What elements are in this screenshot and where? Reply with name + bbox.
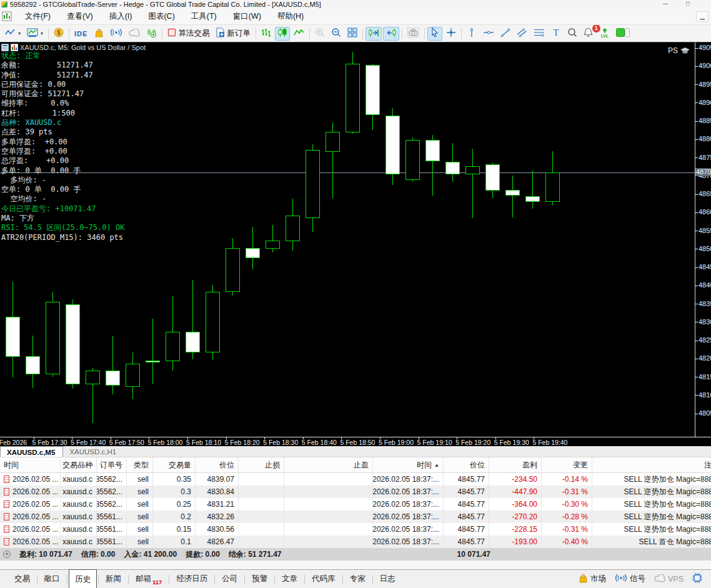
time-axis[interactable]: 5 Feb 20265 Feb 17:305 Feb 17:405 Feb 17… [0,437,711,446]
column-header[interactable]: 变更 [542,457,592,472]
column-header[interactable]: 交易品种 [61,457,97,472]
auto-scroll-button[interactable] [383,27,399,41]
cell-value: 2026.02.05 ... [12,475,58,484]
indicators-button[interactable]: ▾ [24,27,46,41]
candles-view-button[interactable] [275,27,290,41]
signals-button[interactable] [107,27,125,41]
dropdown-caret-icon[interactable]: ▾ [41,31,43,36]
status-chip[interactable] [692,573,702,585]
menu-item[interactable]: 插入(I) [101,8,141,25]
horizontal-line-button[interactable] [480,27,497,41]
add-signal-button[interactable] [144,27,159,41]
tab-label: 预警 [252,574,267,584]
window-minimize-button[interactable]: — [656,0,675,8]
market-button[interactable] [91,27,106,41]
status-vps[interactable]: VPS [654,574,684,584]
history-deal-row[interactable]: 2026.02.05 ...xauusd.c35562...sell0.3483… [0,486,711,498]
toolbox-tab-邮箱[interactable]: 邮箱117 [130,571,167,587]
tab-separator [128,575,129,584]
chart-tab[interactable]: XAUUSD.c,M5 [0,446,63,457]
column-header[interactable]: 止损 [239,457,284,472]
toolbox-tab-代码库[interactable]: 代码库 [306,571,341,587]
text-tool-button[interactable]: T [549,27,564,41]
toolbox-tab-文章[interactable]: 文章 [276,571,303,587]
toolbox-tab-敞口[interactable]: 敞口 [39,571,66,587]
toolbox-tab-历史[interactable]: 历史 [69,569,97,588]
dropdown-caret-icon[interactable]: ▾ [18,31,21,36]
status-market[interactable]: 市场 [579,574,606,585]
vps-cloud-button[interactable] [126,27,142,41]
column-header[interactable]: 止盈 [284,457,373,472]
cell-value: xauusd.c [62,537,92,546]
column-header[interactable]: 价位 [196,457,239,472]
chart-tab[interactable]: XAUUSD.c,H1 [63,446,124,457]
toolbox-tab-交易[interactable]: 交易 [9,571,36,587]
cursor-button[interactable] [427,27,442,41]
column-header[interactable]: 时间▲ [373,457,444,472]
price-axis[interactable]: 4905490048954890488548804875487048654860… [695,42,711,437]
shift-end-button[interactable] [365,27,382,41]
screenshot-button[interactable] [405,27,422,41]
new-order-button[interactable]: 新订单 [213,27,253,41]
expand-icon[interactable]: + [3,551,11,558]
menu-item[interactable]: 图表(C) [140,8,182,25]
info-line: 空单: 0 单 0.00 手 [1,185,124,194]
history-deal-row[interactable]: 2026.02.05 ...xauusd.c35561...sell0.2483… [0,511,711,523]
zoom-out-button[interactable] [329,27,344,41]
column-header[interactable]: 类型 [127,457,153,472]
vertical-line-button[interactable] [464,27,479,41]
history-deal-row[interactable]: 2026.02.05 ...xauusd.c35562...sell0.3548… [0,473,711,486]
toolbox-tab-预警[interactable]: 预警 [246,571,273,587]
toolbox-tab-经济日历[interactable]: 经济日历 [171,571,213,587]
chart-profile-button[interactable]: ▾ [2,27,23,41]
column-header[interactable]: 交易量 [153,457,196,472]
column-header[interactable]: 订单号 [97,457,127,472]
deposit-button[interactable]: $ [51,27,66,41]
toolbox-tab-公司[interactable]: 公司 [216,571,243,587]
bars-view-button[interactable] [259,27,274,41]
column-header[interactable]: 时间 [0,457,61,472]
toolbox-tab-新闻[interactable]: 新闻 [100,571,127,587]
ide-label: IDE [74,30,87,37]
info-line: 多单: 0 单 0.00 手 [1,166,124,176]
shift-left-icon [385,28,397,39]
tile-windows-button[interactable] [345,27,360,41]
toolbox-tab-专家[interactable]: 专家 [344,571,371,587]
menu-item[interactable]: 帮助(H) [269,8,312,25]
chart-area[interactable]: XAUUSD.c, M5: Gold vs US Dollar / Spot 状… [0,42,711,437]
history-deal-row[interactable]: 2026.02.05 ...xauusd.c35562...sell0.2548… [0,498,711,511]
cell-value: 4845.77 [458,512,485,521]
price-tick: 4830 [695,318,711,326]
line-view-button[interactable] [291,27,307,41]
menu-item[interactable]: 查看(V) [59,8,101,25]
column-header[interactable]: 价位 [444,457,489,472]
search-button[interactable] [565,27,580,41]
menu-item[interactable]: 窗口(W) [225,8,269,25]
price-tick: 4850 [695,245,711,252]
zoom-in-button[interactable] [312,27,327,41]
toolbox-tab-日志[interactable]: 日志 [374,571,401,587]
menu-item[interactable]: 工具(T) [183,8,225,25]
cell-value: xauusd.c [62,512,92,521]
price-tick: 4890 [695,99,711,106]
trendline-button[interactable] [498,27,513,41]
one-click-toggle-button[interactable] [614,27,632,41]
equidistant-channel-button[interactable] [514,27,530,41]
cell-value: -234.50 [512,475,537,484]
crosshair-button[interactable] [444,27,459,41]
toolbox-tab-bar: 交易敞口历史新闻邮箱117经济日历公司预警文章代码库专家日志 市场信号VPS [0,569,711,588]
column-header[interactable]: 盈利 [489,457,542,472]
menu-item[interactable]: 文件(F) [17,8,59,25]
cell-value: 2026.02.05 ... [12,487,58,496]
child-window-minimize-button[interactable]: ▁ [696,11,709,22]
column-header[interactable]: 注释 [592,457,711,472]
fibonacci-button[interactable] [531,27,547,41]
level-button[interactable]: LVL [597,27,612,41]
ide-button[interactable]: IDE [72,27,90,41]
toolbar-separator [162,28,162,39]
history-deal-row[interactable]: 2026.02.05 ...xauusd.c35561...sell0.1548… [0,523,711,536]
status-signals[interactable]: 信号 [615,574,645,584]
window-maximize-button[interactable]: □ [679,0,697,8]
algo-trading-button[interactable]: 算法交易 [165,27,212,41]
history-deal-row[interactable]: 2026.02.05 ...xauusd.c35561...sell0.1482… [0,536,711,548]
